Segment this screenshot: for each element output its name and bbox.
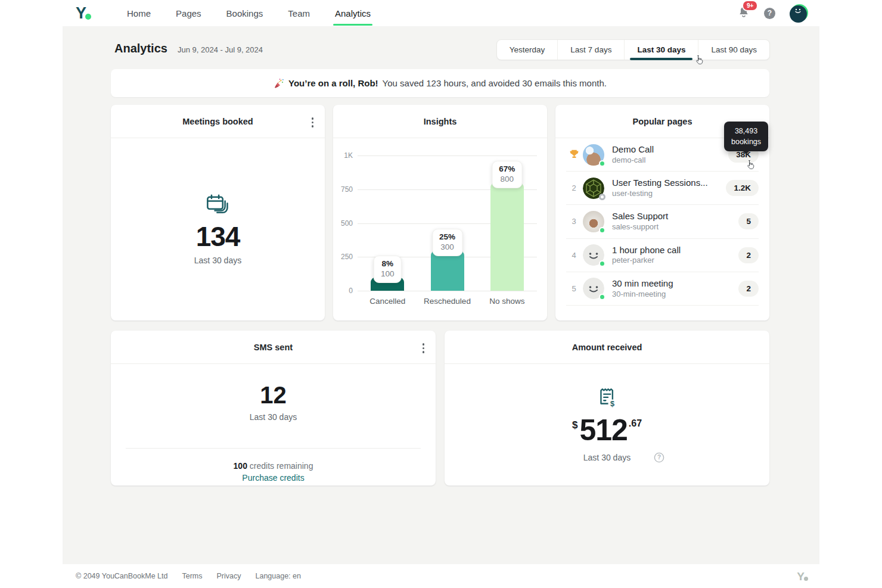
- bookings-count-badge[interactable]: 5: [738, 213, 759, 229]
- gridline: [358, 291, 537, 291]
- bookings-count-badge[interactable]: 2: [738, 247, 759, 263]
- avatar-smiley-icon: [793, 8, 803, 15]
- card-title: Meetings booked: [182, 117, 253, 126]
- tooltip-line2: bookings: [731, 136, 761, 147]
- tooltip-line1: 38,493: [731, 126, 761, 136]
- card-header: Meetings booked: [111, 105, 325, 138]
- card-title: Insights: [424, 117, 457, 126]
- card-header: SMS sent: [111, 331, 436, 364]
- page-slug: peter-parker: [612, 256, 681, 265]
- bar-rect[interactable]: [490, 182, 524, 291]
- rank-number: 4: [566, 251, 582, 260]
- meetings-value: 134: [196, 222, 240, 252]
- bar-percent: 8%: [381, 259, 395, 269]
- nav-item-home[interactable]: Home: [127, 0, 151, 26]
- meetings-stat-body: 134 Last 30 days: [111, 138, 325, 320]
- active-filter-underline: [630, 58, 692, 60]
- bar-percent: 25%: [439, 232, 455, 242]
- filter-label: Yesterday: [510, 45, 545, 54]
- brand-dot-icon: [85, 14, 91, 20]
- nav-item-pages[interactable]: Pages: [176, 0, 201, 26]
- kebab-menu-icon[interactable]: [309, 115, 316, 130]
- notification-badge: 9+: [742, 0, 758, 11]
- bar-count: 100: [381, 269, 395, 279]
- brand-dot-icon: [804, 577, 808, 581]
- bar-rect[interactable]: [431, 250, 464, 291]
- x-tick-no-shows: No shows: [477, 297, 537, 306]
- filter-yesterday[interactable]: Yesterday: [497, 40, 558, 60]
- page-text: Demo Call demo-call: [612, 144, 654, 165]
- page-text: 30 min meeting 30-min-meeting: [612, 278, 673, 299]
- filter-last-30-days[interactable]: Last 30 days: [624, 40, 698, 60]
- footer: © 2049 YouCanBookMe Ltd Terms Privacy La…: [0, 564, 882, 588]
- notifications-button[interactable]: 9+: [738, 6, 750, 21]
- nav-right-actions: 9+ ?: [738, 0, 808, 26]
- avatar-peter-parker: [583, 244, 604, 266]
- rank-trophy: [566, 149, 582, 161]
- bookings-count-badge[interactable]: 1.2K: [726, 180, 759, 196]
- banner-text: You saved 123 hours, and avoided 30 emai…: [383, 78, 607, 88]
- popular-page-row-user-testing[interactable]: 2 User Testing S: [566, 172, 759, 205]
- sms-value: 12: [260, 382, 287, 409]
- bar-count: 800: [499, 175, 515, 185]
- nav-label: Home: [127, 8, 151, 18]
- rank-number: 5: [566, 284, 582, 293]
- divider: [126, 448, 421, 449]
- page-text: User Testing Sessions... user-testing: [612, 178, 708, 198]
- filter-last-7-days[interactable]: Last 7 days: [557, 40, 624, 60]
- user-avatar[interactable]: [790, 4, 808, 23]
- terms-link[interactable]: Terms: [182, 572, 202, 580]
- bookings-count-badge[interactable]: 2: [738, 281, 759, 297]
- trophy-icon: [569, 149, 579, 159]
- page-title: Analytics: [114, 42, 167, 55]
- filter-last-90-days[interactable]: Last 90 days: [698, 40, 769, 60]
- amount-value-row: $ 512 .67: [572, 415, 642, 445]
- bookings-tooltip: 38,493 bookings: [724, 122, 768, 151]
- page-text: Sales Support sales-support: [612, 211, 668, 232]
- language-selector[interactable]: Language: en: [255, 572, 300, 580]
- help-button[interactable]: ?: [764, 8, 775, 19]
- brand-logo[interactable]: Y: [76, 6, 91, 20]
- currency-symbol: $: [572, 419, 577, 431]
- bar-percent: 67%: [499, 164, 515, 175]
- popular-pages-card: Popular pages 38,493 bookings Dem: [555, 105, 769, 321]
- y-tick: 250: [341, 253, 353, 261]
- page-slug: demo-call: [612, 155, 654, 165]
- purchase-credits-link[interactable]: Purchase credits: [111, 473, 436, 483]
- mouse-cursor-icon: [694, 55, 704, 66]
- top-navigation: Y Home Pages Bookings Team Analytics 9+: [0, 0, 882, 26]
- popular-page-row-30-min-meeting[interactable]: 5 30 min meeting 30-min-meeting 2: [566, 272, 759, 306]
- page-name: User Testing Sessions...: [612, 178, 708, 189]
- bar-value-label: 25% 300: [432, 229, 462, 256]
- insights-chart: 1K 750 500 250 0 8% 1: [333, 138, 547, 291]
- nav-label: Analytics: [335, 8, 371, 18]
- nav-item-analytics[interactable]: Analytics: [335, 0, 371, 26]
- analytics-page: Analytics Jun 9, 2024 - Jul 9, 2024 Yest…: [63, 26, 819, 564]
- date-filter-group: Yesterday Last 7 days Last 30 days Last …: [496, 39, 770, 60]
- kebab-menu-icon[interactable]: [420, 341, 427, 356]
- y-tick: 750: [341, 185, 353, 194]
- page: Y Home Pages Bookings Team Analytics 9+: [0, 0, 882, 588]
- amount-received-card: Amount received $ $ 512 .67: [445, 331, 769, 486]
- nav-item-bookings[interactable]: Bookings: [226, 0, 263, 26]
- sms-caption: Last 30 days: [250, 412, 297, 422]
- avatar-demo-call: [583, 144, 604, 166]
- banner-bold-text: You’re on a roll, Rob!: [288, 78, 378, 88]
- privacy-link[interactable]: Privacy: [217, 572, 241, 580]
- avatar-user-testing: [583, 178, 604, 199]
- bar-value-label: 8% 100: [374, 256, 402, 283]
- page-name: 30 min meeting: [612, 278, 673, 290]
- popular-page-row-1-hour-phone-call[interactable]: 4 1 hour phone call peter-parker 2: [566, 239, 759, 272]
- page-text: 1 hour phone call peter-parker: [612, 245, 681, 266]
- x-tick-rescheduled: Rescheduled: [417, 297, 477, 306]
- credits-remaining: 100 credits remaining: [111, 461, 436, 471]
- popular-page-row-sales-support[interactable]: 3 Sales Support sales-support 5: [566, 205, 759, 238]
- bar-count: 300: [439, 242, 455, 253]
- filter-label: Last 30 days: [637, 45, 685, 54]
- help-circle-icon[interactable]: ?: [654, 452, 664, 463]
- page-slug: user-testing: [612, 189, 708, 198]
- amount-cents: .67: [629, 418, 642, 429]
- amount-caption: Last 30 days: [583, 453, 631, 462]
- online-status-dot: [599, 227, 605, 234]
- nav-item-team[interactable]: Team: [288, 0, 310, 26]
